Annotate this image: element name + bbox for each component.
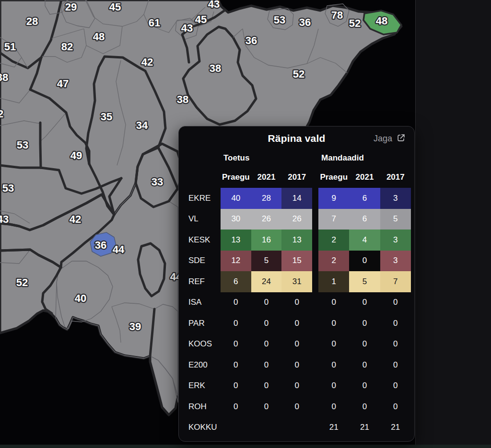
party-label: EKRE [188, 188, 221, 209]
value-cell: 0 [251, 292, 282, 313]
map-region-label: 82 [61, 41, 73, 53]
value-cell: 3 [380, 230, 411, 251]
map-region-label: 43 [181, 22, 193, 34]
value-cell [281, 417, 312, 438]
value-cell: 5 [349, 271, 380, 292]
value-cell: 2 [318, 230, 349, 251]
value-cell: 13 [221, 230, 251, 251]
section-toetus: Toetus [221, 149, 312, 167]
value-cell: 30 [221, 209, 251, 230]
table-row: SDE12515203 [188, 251, 411, 272]
map-region-label: 39 [129, 321, 141, 333]
value-cell: 0 [318, 376, 349, 397]
value-cell: 0 [221, 376, 251, 397]
value-cell: 3 [380, 251, 411, 272]
value-cell: 21 [380, 417, 411, 438]
map-region-label: 36 [95, 239, 106, 251]
value-cell: 7 [380, 271, 411, 292]
value-cell: 0 [318, 334, 349, 355]
map-region-label: 49 [70, 149, 82, 161]
value-cell: 0 [380, 376, 411, 397]
value-cell: 0 [349, 355, 380, 376]
external-link-icon[interactable] [397, 133, 406, 144]
value-cell: 0 [281, 334, 312, 355]
value-cell: 0 [380, 292, 411, 313]
value-cell: 4 [349, 230, 380, 251]
map-region-label: 42 [70, 213, 81, 225]
value-cell: 0 [251, 396, 282, 417]
map-region-label: 35 [101, 111, 112, 123]
value-cell: 6 [349, 188, 380, 209]
value-cell: 14 [281, 188, 312, 209]
table-row: EKRE402814963 [188, 188, 411, 209]
value-cell: 0 [281, 313, 312, 334]
bottom-bar [0, 445, 491, 448]
value-cell: 0 [281, 396, 312, 417]
value-cell: 0 [380, 313, 411, 334]
table-row: REF62431157 [188, 271, 411, 292]
popup-header: Räpina vald Jaga [179, 133, 414, 150]
value-cell: 0 [281, 355, 312, 376]
party-label: KESK [188, 230, 221, 251]
map-region-label: 29 [65, 1, 77, 13]
value-cell: 0 [380, 396, 411, 417]
municipality-popup: Räpina vald Jaga Toetus Mandaadid Praegu… [178, 126, 415, 442]
table-row: KESK131613243 [188, 230, 411, 251]
map-region-label: 52 [16, 276, 28, 288]
value-cell: 0 [349, 292, 380, 313]
value-cell: 0 [349, 251, 380, 272]
map-region-label: 78 [331, 9, 343, 21]
value-cell: 2 [318, 251, 349, 272]
column-gap [312, 188, 318, 209]
value-cell: 0 [318, 292, 349, 313]
value-cell: 0 [221, 313, 251, 334]
value-cell: 0 [281, 292, 312, 313]
value-cell: 6 [349, 209, 380, 230]
party-label: ROH [188, 396, 221, 417]
side-panel [415, 0, 491, 448]
value-cell: 0 [251, 313, 282, 334]
value-cell: 0 [349, 334, 380, 355]
column-gap [312, 230, 318, 251]
map-region-label: 53 [17, 139, 28, 151]
section-mandaadid: Mandaadid [318, 149, 411, 167]
map-region-label: 43 [208, 0, 220, 10]
map-region-label: 53 [274, 14, 285, 26]
party-label: KOKKU [188, 417, 221, 438]
value-cell: 13 [281, 230, 312, 251]
value-cell: 21 [318, 417, 349, 438]
column-gap [312, 355, 318, 376]
col-2017: 2017 [380, 167, 411, 188]
share-label[interactable]: Jaga [374, 134, 392, 144]
map-region-label: 28 [26, 15, 38, 27]
map-region-label: 52 [293, 68, 304, 80]
value-cell: 0 [318, 355, 349, 376]
map-region-label: 48 [93, 31, 105, 43]
map-region-label: 36 [299, 16, 311, 28]
map-region-label: 42 [141, 56, 153, 68]
column-gap [312, 396, 318, 417]
map-region-label: 48 [376, 15, 387, 27]
value-cell: 5 [380, 209, 411, 230]
table-row: E200000000 [188, 355, 411, 376]
value-cell: 0 [318, 313, 349, 334]
share-link[interactable]: Jaga [374, 133, 406, 144]
col-2017: 2017 [281, 167, 312, 188]
value-cell: 0 [349, 396, 380, 417]
map-region-label: 61 [149, 17, 160, 29]
value-cell: 0 [221, 334, 251, 355]
map-region-label: 45 [195, 13, 207, 25]
col-2021: 2021 [349, 167, 380, 188]
value-cell: 0 [221, 396, 251, 417]
map-region-label: 2 [0, 108, 3, 120]
value-cell: 0 [380, 334, 411, 355]
map-region-label: 51 [4, 41, 16, 53]
section-header-row: Toetus Mandaadid [188, 149, 411, 167]
value-cell: 26 [281, 209, 312, 230]
party-label: REF [188, 271, 221, 292]
value-cell: 0 [221, 355, 251, 376]
map-region-label: 38 [210, 62, 221, 74]
table-row: ROH000000 [188, 396, 411, 417]
map-region-label: 34 [136, 119, 148, 131]
col-praegu: Praegu [221, 167, 251, 188]
